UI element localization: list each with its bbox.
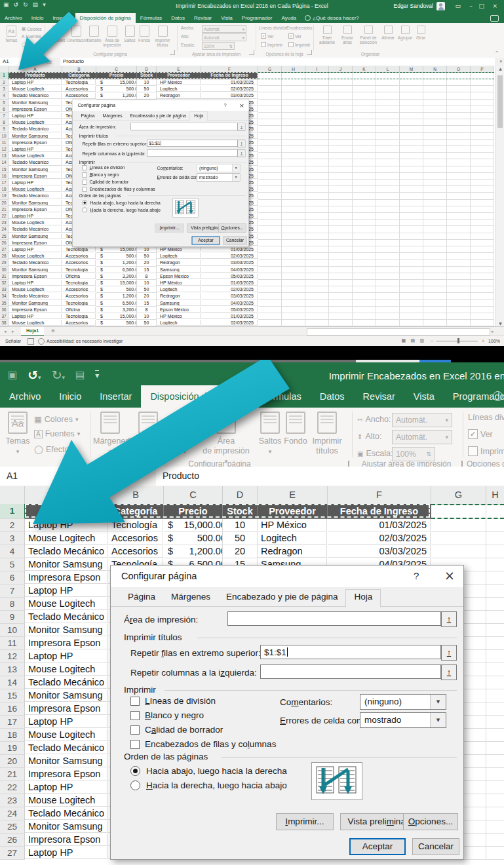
cell[interactable]	[305, 106, 329, 113]
row-header-26[interactable]: 26	[0, 834, 25, 847]
header-cell[interactable]: Stock	[223, 504, 258, 519]
cell[interactable]	[353, 320, 376, 326]
enter-entry-icon[interactable]: ✓	[104, 471, 113, 482]
row-header-27[interactable]: 27	[0, 246, 9, 253]
cell[interactable]: HP México	[157, 79, 201, 85]
cell[interactable]	[282, 126, 305, 132]
cell[interactable]: 10	[137, 246, 157, 253]
cell[interactable]: 10	[223, 519, 258, 532]
cell[interactable]	[258, 113, 282, 119]
cell[interactable]: 05/03/2025	[201, 307, 258, 313]
cell[interactable]: Monitor Samsung	[9, 100, 62, 106]
cell[interactable]	[353, 206, 376, 213]
cell[interactable]	[329, 226, 353, 233]
cell[interactable]: Monitor Samsung	[25, 624, 107, 636]
checkbox[interactable]	[130, 711, 140, 720]
cell[interactable]	[447, 159, 471, 166]
cell[interactable]	[471, 126, 494, 132]
cell[interactable]: Mouse Logitech	[25, 729, 107, 741]
comments-dropdown[interactable]: (ninguno)▾	[360, 694, 446, 710]
cell[interactable]	[353, 153, 376, 159]
cell[interactable]	[258, 307, 282, 313]
enter-entry-icon[interactable]: ✓	[39, 58, 43, 66]
cell[interactable]: Logitech	[157, 86, 201, 92]
cell[interactable]: 01/03/2025	[201, 280, 258, 286]
order-down-radio[interactable]	[83, 201, 88, 206]
scale-value[interactable]: 100%⇅	[202, 42, 235, 50]
cell[interactable]	[305, 220, 329, 226]
colors-button[interactable]: ▦Colores	[22, 26, 42, 31]
cell[interactable]	[447, 133, 471, 140]
cell[interactable]	[353, 313, 376, 320]
cell[interactable]: 05/03/2025	[201, 273, 258, 279]
cell[interactable]	[471, 159, 494, 166]
cell[interactable]	[486, 637, 504, 650]
cell[interactable]	[486, 663, 504, 676]
cell[interactable]	[423, 213, 447, 220]
cell[interactable]: 03/03/2025	[201, 260, 258, 265]
cell[interactable]	[376, 133, 400, 140]
cell[interactable]	[258, 300, 282, 307]
cell[interactable]	[329, 260, 353, 266]
cell[interactable]	[329, 246, 353, 253]
cell[interactable]	[400, 280, 423, 286]
cell[interactable]	[423, 240, 447, 246]
fonts-button[interactable]: AFuentes	[22, 34, 41, 39]
cell[interactable]	[258, 320, 282, 326]
macro-record-icon[interactable]	[28, 338, 34, 345]
row-header-34[interactable]: 34	[0, 293, 9, 299]
cell[interactable]: HP México	[157, 280, 201, 286]
cell[interactable]: Monitor Samsung	[25, 820, 107, 833]
cell[interactable]	[486, 624, 504, 637]
cell[interactable]	[305, 100, 329, 106]
cell[interactable]	[282, 173, 305, 180]
cell[interactable]: 10	[137, 280, 157, 286]
checkbox[interactable]	[83, 180, 87, 185]
close-icon[interactable]: ×	[238, 102, 246, 109]
cell[interactable]	[376, 213, 400, 220]
tab-ayuda[interactable]: Ayuda	[277, 13, 301, 23]
cell[interactable]: $15,000.00	[96, 246, 137, 253]
cell[interactable]	[400, 226, 423, 233]
cell[interactable]: Teclado Mecánico	[25, 545, 107, 558]
cell[interactable]	[423, 280, 447, 286]
cancel-button[interactable]: Cancelar	[412, 838, 459, 855]
tell-me-box[interactable]: ¿Qué desea hacer?	[301, 15, 359, 21]
row-header-13[interactable]: 13	[0, 663, 25, 676]
cell[interactable]	[400, 119, 423, 126]
cell[interactable]	[400, 213, 423, 220]
cell[interactable]	[486, 545, 504, 558]
cancel-button[interactable]: Cancelar	[223, 237, 247, 245]
insert-function-icon[interactable]: fx	[124, 471, 133, 482]
cell[interactable]	[329, 119, 353, 126]
row-header-38[interactable]: 38	[0, 320, 9, 326]
cell[interactable]	[282, 92, 305, 99]
cell[interactable]	[447, 140, 471, 146]
cell[interactable]: Mouse Logitech	[25, 663, 107, 676]
cell[interactable]: Impresora Epson	[25, 834, 107, 846]
cell[interactable]	[376, 226, 400, 233]
cell[interactable]	[258, 140, 282, 146]
scrollbar-thumb[interactable]	[497, 75, 503, 128]
cell[interactable]	[282, 186, 305, 193]
cell[interactable]	[400, 153, 423, 159]
cell[interactable]: Monitor Samsung	[25, 689, 107, 702]
cell[interactable]	[376, 286, 400, 293]
row-header-11[interactable]: 11	[0, 637, 25, 650]
cell[interactable]	[423, 180, 447, 186]
row-header-6[interactable]: 6	[0, 571, 25, 585]
cell[interactable]	[400, 159, 423, 166]
cell[interactable]: Monitor Samsung	[9, 166, 62, 172]
cell[interactable]: Epson México	[157, 273, 201, 279]
cell[interactable]	[282, 159, 305, 166]
cancel-entry-icon[interactable]: ×	[30, 58, 35, 66]
cell[interactable]	[486, 676, 504, 689]
cell[interactable]	[400, 307, 423, 313]
cell[interactable]	[400, 186, 423, 193]
cell[interactable]: Monitor Samsung	[25, 558, 107, 571]
cell[interactable]	[471, 106, 494, 113]
cell[interactable]	[471, 293, 494, 299]
cell[interactable]	[400, 173, 423, 180]
cell[interactable]: Laptop HP	[25, 585, 107, 597]
collapse-dialog-icon[interactable]: ↑	[441, 611, 457, 627]
